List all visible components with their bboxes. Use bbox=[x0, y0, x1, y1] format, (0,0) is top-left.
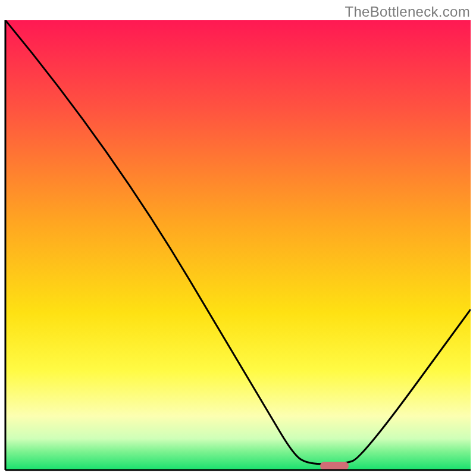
bottleneck-chart: TheBottleneck.com bbox=[0, 0, 476, 476]
optimal-marker bbox=[320, 462, 349, 470]
chart-svg bbox=[0, 0, 476, 476]
gradient-background bbox=[5, 20, 471, 470]
watermark-text: TheBottleneck.com bbox=[345, 4, 470, 20]
